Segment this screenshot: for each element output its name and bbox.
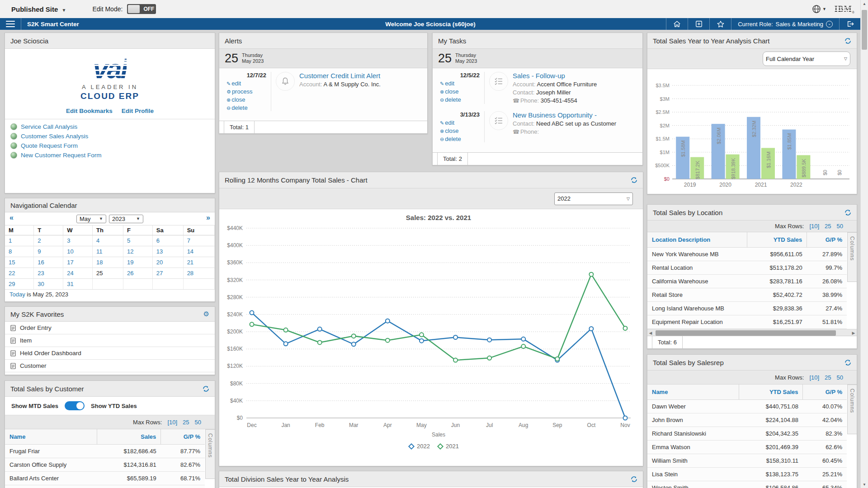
calendar-day-cell[interactable]: 21 (183, 257, 214, 268)
mtd-ytd-toggle[interactable] (65, 401, 85, 410)
row-name-cell[interactable]: Carston Office Supply (5, 458, 97, 472)
max-rows-option[interactable]: 25 (825, 223, 831, 230)
calendar-day-cell[interactable]: 4 (93, 235, 123, 246)
calendar-day-cell[interactable]: 15 (5, 257, 34, 268)
bookmark-item[interactable]: Customer Sales Analysis (5, 131, 215, 141)
delete-action[interactable]: ⊖delete (433, 136, 480, 142)
calendar-day-cell[interactable]: 8 (5, 246, 34, 257)
calendar-day-cell[interactable]: 13 (152, 246, 183, 257)
column-header[interactable]: Name (5, 429, 97, 445)
calendar-day-cell[interactable]: 18 (93, 257, 123, 268)
chart-year-select[interactable]: 2022▽ (554, 192, 633, 205)
calendar-day-cell[interactable]: 29 (5, 279, 34, 290)
edit-action[interactable]: ✎edit (433, 119, 480, 126)
max-rows-option[interactable]: 25 (183, 419, 189, 426)
calendar-day-cell[interactable]: 20 (152, 257, 183, 268)
max-rows-option[interactable]: 25 (825, 374, 831, 381)
year-select[interactable]: 2023▼ (109, 215, 143, 223)
calendar-day-cell[interactable]: 10 (63, 246, 93, 257)
row-name-cell[interactable]: Ballard Arts Center (5, 472, 97, 485)
language-menu[interactable]: ▼ (812, 5, 826, 14)
favorite-item[interactable]: Item (5, 334, 215, 347)
calendar-day-cell[interactable]: 23 (34, 268, 63, 279)
range-select[interactable]: Full Calendar Year▽ (763, 52, 850, 66)
calendar-day-cell[interactable]: 30 (34, 279, 63, 290)
calendar-day-cell[interactable]: 24 (63, 268, 93, 279)
alert-title-link[interactable]: Customer Credit Limit Alert (299, 72, 427, 80)
refresh-icon[interactable] (203, 385, 209, 392)
calendar-day-cell[interactable]: 3 (63, 235, 93, 246)
calendar-day-cell[interactable]: 6 (152, 235, 183, 246)
column-header[interactable]: YTD Sales (739, 385, 803, 400)
close-action[interactable]: ⊗close (219, 96, 266, 103)
calendar-day-cell[interactable]: 17 (63, 257, 93, 268)
favorite-item[interactable]: Customer (5, 360, 215, 372)
task-title-link[interactable]: Sales - Follow-up (513, 72, 642, 80)
calendar-day-cell[interactable]: 31 (63, 279, 93, 290)
column-header[interactable]: G/P % (807, 232, 847, 248)
current-role-menu[interactable]: Current Role: Sales & Marketing ⌄ (731, 18, 839, 30)
next-month-arrow[interactable]: » (206, 214, 210, 222)
columns-tab[interactable]: Columns (847, 232, 857, 282)
column-header[interactable]: Location Description (647, 232, 747, 248)
prev-month-arrow[interactable]: « (9, 214, 14, 222)
max-rows-option-selected[interactable]: [10] (809, 374, 819, 381)
bookmark-item[interactable]: Service Call Analysis (5, 122, 215, 131)
published-site-menu[interactable]: Published Site ▼ (11, 5, 66, 13)
add-tab-button[interactable] (688, 18, 709, 30)
horizontal-scrollbar[interactable]: ◀ ▶ (647, 329, 857, 336)
calendar-day-cell[interactable]: 5 (123, 235, 152, 246)
calendar-day-cell[interactable]: 25 (93, 268, 123, 279)
calendar-day-cell[interactable]: 14 (183, 246, 214, 257)
edit-mode-toggle[interactable]: OFF (127, 4, 156, 14)
calendar-day-cell[interactable]: 28 (183, 268, 214, 279)
column-header[interactable]: Name (647, 385, 739, 400)
delete-action[interactable]: ⊖delete (433, 96, 480, 103)
calendar-day-cell[interactable]: 7 (183, 235, 214, 246)
refresh-icon[interactable] (844, 38, 851, 44)
menu-icon[interactable] (6, 21, 15, 27)
columns-tab[interactable]: Columns (847, 385, 857, 434)
scroll-right-arrow[interactable]: ▶ (850, 329, 857, 337)
column-header[interactable]: YTD Sales (747, 232, 807, 248)
close-action[interactable]: ⊗close (433, 88, 480, 95)
close-action[interactable]: ⊗close (433, 127, 480, 134)
logout-button[interactable] (839, 18, 861, 30)
month-select[interactable]: May▼ (76, 215, 106, 223)
process-action[interactable]: ⚙process (219, 88, 266, 95)
max-rows-option-selected[interactable]: [10] (809, 223, 819, 230)
favorite-item[interactable]: Held Order Dashboard (5, 347, 215, 360)
calendar-day-cell[interactable]: 1 (5, 235, 34, 246)
max-rows-option[interactable]: 50 (195, 419, 201, 426)
page-scrollbar[interactable]: ▲ ▼ (860, 0, 868, 488)
scroll-up-arrow[interactable]: ▲ (861, 0, 868, 7)
row-name-cell[interactable]: Frugal Friar (5, 445, 97, 458)
calendar-day-cell[interactable]: 11 (93, 246, 123, 257)
favorite-item[interactable]: Order Entry (5, 322, 215, 334)
column-header[interactable]: G/P % (803, 385, 847, 400)
refresh-icon[interactable] (844, 359, 851, 366)
calendar-day-cell[interactable]: 26 (123, 268, 152, 279)
refresh-icon[interactable] (631, 476, 637, 483)
calendar-day-cell[interactable]: 2 (34, 235, 63, 246)
scrollbar-thumb[interactable] (656, 330, 836, 336)
task-title-link[interactable]: New Business Opportunity - (513, 111, 642, 119)
calendar-day-cell[interactable]: 27 (152, 268, 183, 279)
edit-action[interactable]: ✎edit (433, 80, 480, 87)
delete-action[interactable]: ⊖delete (219, 104, 266, 111)
favorites-button[interactable] (709, 18, 731, 30)
scroll-down-arrow[interactable]: ▼ (861, 481, 868, 488)
edit-bookmarks-link[interactable]: Edit Bookmarks (66, 108, 113, 114)
edit-action[interactable]: ✎edit (219, 80, 266, 87)
bookmark-item[interactable]: New Customer Request Form (5, 150, 215, 160)
max-rows-option-selected[interactable]: [10] (167, 419, 177, 426)
scrollbar-thumb[interactable] (862, 10, 867, 50)
scroll-left-arrow[interactable]: ◀ (647, 329, 654, 337)
max-rows-option[interactable]: 50 (837, 223, 843, 230)
edit-profile-link[interactable]: Edit Profile (122, 108, 154, 114)
calendar-day-cell[interactable]: 19 (123, 257, 152, 268)
calendar-day-cell[interactable]: 22 (5, 268, 34, 279)
calendar-day-cell[interactable]: 9 (34, 246, 63, 257)
column-header[interactable]: Sales (97, 429, 160, 445)
refresh-icon[interactable] (631, 177, 637, 183)
